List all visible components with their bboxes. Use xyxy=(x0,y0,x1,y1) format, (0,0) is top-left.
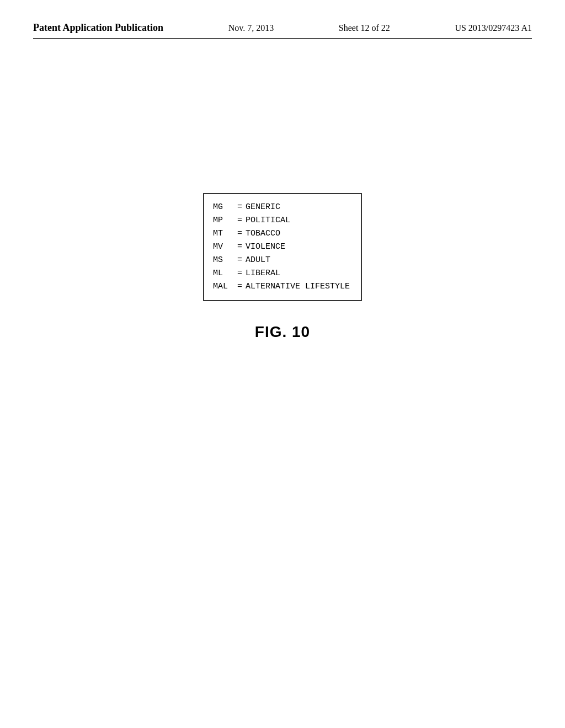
legend-value: LIBERAL xyxy=(246,267,280,280)
legend-row: MAL=ALTERNATIVE LIFESTYLE xyxy=(213,280,350,293)
legend-eq: = xyxy=(237,267,242,280)
publication-title: Patent Application Publication xyxy=(33,22,163,34)
legend-code: MT xyxy=(213,227,234,240)
legend-row: MV=VIOLENCE xyxy=(213,240,350,254)
legend-value: VIOLENCE xyxy=(246,240,285,254)
legend-value: ADULT xyxy=(246,254,270,267)
legend-row: ML=LIBERAL xyxy=(213,267,350,280)
legend-code: MAL xyxy=(213,280,234,293)
legend-code: MV xyxy=(213,240,234,254)
figure-label: FIG. 10 xyxy=(255,323,310,341)
legend-eq: = xyxy=(237,280,242,293)
legend-code: ML xyxy=(213,267,234,280)
legend-row: MP=POLITICAL xyxy=(213,214,350,227)
legend-row: MS=ADULT xyxy=(213,254,350,267)
legend-value: POLITICAL xyxy=(246,214,290,227)
legend-code: MP xyxy=(213,214,234,227)
legend-eq: = xyxy=(237,254,242,267)
legend-code: MG xyxy=(213,201,234,214)
sheet-info: Sheet 12 of 22 xyxy=(339,23,390,33)
legend-eq: = xyxy=(237,227,242,240)
legend-value: TOBACCO xyxy=(246,227,280,240)
page: Patent Application Publication Nov. 7, 2… xyxy=(0,0,565,728)
patent-number: US 2013/0297423 A1 xyxy=(455,23,532,33)
legend-row: MT=TOBACCO xyxy=(213,227,350,240)
legend-code: MS xyxy=(213,254,234,267)
legend-value: GENERIC xyxy=(246,201,280,214)
legend-eq: = xyxy=(237,240,242,254)
legend-eq: = xyxy=(237,201,242,214)
legend-eq: = xyxy=(237,214,242,227)
publication-date: Nov. 7, 2013 xyxy=(228,23,274,33)
legend-value: ALTERNATIVE LIFESTYLE xyxy=(246,280,350,293)
main-content: MG=GENERICMP=POLITICALMT=TOBACCOMV=VIOLE… xyxy=(33,193,532,341)
legend-box: MG=GENERICMP=POLITICALMT=TOBACCOMV=VIOLE… xyxy=(203,193,362,301)
page-header: Patent Application Publication Nov. 7, 2… xyxy=(33,22,532,39)
legend-row: MG=GENERIC xyxy=(213,201,350,214)
